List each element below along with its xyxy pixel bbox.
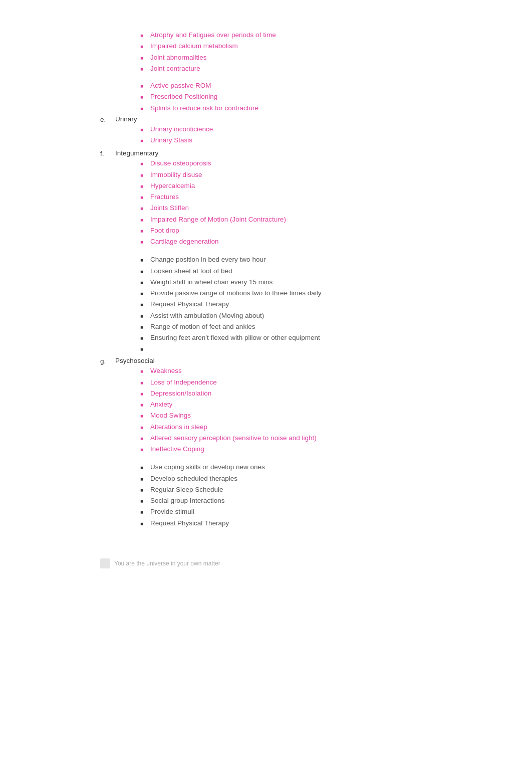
item-text: Depression/Isolation xyxy=(150,388,211,399)
list-item: ■ Atrophy and Fatigues over periods of t… xyxy=(140,30,512,40)
bullet-icon: ■ xyxy=(140,81,147,90)
item-text: Joint contracture xyxy=(150,64,200,74)
bullet-icon: ■ xyxy=(140,226,147,235)
footer-text: You are the universe in your own matter xyxy=(114,560,220,567)
bullet-icon: ■ xyxy=(140,333,147,342)
item-text: Impaired Range of Motion (Joint Contract… xyxy=(150,215,286,225)
list-item: ■ Develop scheduled therapies xyxy=(140,474,512,484)
list-item: ■ Change position in bed every two hour xyxy=(140,255,512,265)
bullet-icon: ■ xyxy=(140,422,147,431)
list-item: ■ Anxiety xyxy=(140,400,512,410)
list-item: ■ Joint abnormalities xyxy=(140,53,512,63)
item-text: Ineffective Coping xyxy=(150,444,204,454)
item-text: Active passive ROM xyxy=(150,81,211,91)
bullet-icon: ■ xyxy=(140,311,147,320)
urinary-label: e. Urinary xyxy=(100,115,512,123)
bullet-icon: ■ xyxy=(140,433,147,442)
bullet-icon: ■ xyxy=(140,255,147,264)
bullet-icon: ■ xyxy=(140,124,147,133)
list-item: ■ Foot drop xyxy=(140,226,512,236)
list-item: ■ Prescribed Positioning xyxy=(140,92,512,102)
bullet-icon: ■ xyxy=(140,181,147,190)
bullet-icon: ■ xyxy=(140,485,147,494)
list-item: ■ Urinary inconticience xyxy=(140,124,512,134)
list-item: ■ Range of motion of feet and ankles xyxy=(140,322,512,332)
bullet-icon: ■ xyxy=(140,135,147,144)
section-letter-e: e. xyxy=(100,115,115,123)
item-text: Foot drop xyxy=(150,226,179,236)
bullet-icon: ■ xyxy=(140,322,147,331)
list-item: ■ Use coping skills or develop new ones xyxy=(140,462,512,472)
item-text: Provide stimuli xyxy=(150,507,194,517)
item-text: Urinary Stasis xyxy=(150,135,192,145)
psychosocial-interventions: ■ Use coping skills or develop new ones … xyxy=(140,462,512,528)
bullet-icon: ■ xyxy=(140,192,147,201)
item-text: Weight shift in wheel chair every 15 min… xyxy=(150,277,273,287)
bullet-icon: ■ xyxy=(140,388,147,398)
item-text: Range of motion of feet and ankles xyxy=(150,322,255,332)
list-item: ■ Impaired calcium metabolism xyxy=(140,41,512,51)
bullet-icon: ■ xyxy=(140,266,147,275)
list-item: ■ Loss of Independence xyxy=(140,377,512,387)
bullet-icon: ■ xyxy=(140,215,147,224)
item-text: Request Physical Therapy xyxy=(150,518,229,528)
list-item: ■ Disuse osteoporosis xyxy=(140,158,512,168)
item-text: Immobility disuse xyxy=(150,170,202,180)
list-item: ■ Request Physical Therapy xyxy=(140,518,512,528)
list-item: ■ Weakness xyxy=(140,366,512,376)
item-text: Request Physical Therapy xyxy=(150,299,229,309)
list-item: ■ Ineffective Coping xyxy=(140,444,512,454)
bullet-icon: ■ xyxy=(140,377,147,386)
item-text: Hypercalcemia xyxy=(150,181,195,191)
item-text: Use coping skills or develop new ones xyxy=(150,462,265,472)
item-text: Disuse osteoporosis xyxy=(150,158,211,168)
list-item: ■ Joint contracture xyxy=(140,64,512,74)
bullet-icon: ■ xyxy=(140,507,147,516)
item-text: Provide passive range of motions two to … xyxy=(150,288,321,298)
urinary-section: e. Urinary ■ Urinary inconticience ■ Uri… xyxy=(100,115,512,146)
list-item: ■ Joints Stiffen xyxy=(140,203,512,213)
item-text: Social group Interactions xyxy=(150,496,225,506)
list-item: ■ Request Physical Therapy xyxy=(140,299,512,309)
integumentary-section: f. Integumentary ■ Disuse osteoporosis ■… xyxy=(100,149,512,353)
bullet-icon: ■ xyxy=(140,92,147,101)
bullet-icon: ■ xyxy=(140,344,147,353)
section-letter-g: g. xyxy=(100,357,115,365)
list-item: ■ Depression/Isolation xyxy=(140,388,512,399)
psychosocial-pink-bullets: ■ Weakness ■ Loss of Independence ■ Depr… xyxy=(140,366,512,454)
urinary-title: Urinary xyxy=(115,115,137,123)
item-text: Ensuring feet aren't flexed with pillow … xyxy=(150,333,320,343)
item-text: Anxiety xyxy=(150,400,172,410)
bullet-icon: ■ xyxy=(140,53,147,62)
item-text: Prescribed Positioning xyxy=(150,92,217,102)
item-text: Fractures xyxy=(150,192,179,202)
bullet-icon: ■ xyxy=(140,288,147,297)
bullet-icon: ■ xyxy=(140,366,147,375)
integumentary-label: f. Integumentary xyxy=(100,149,512,157)
item-text: Change position in bed every two hour xyxy=(150,255,265,265)
item-text: Joints Stiffen xyxy=(150,203,189,213)
list-item: ■ Regular Sleep Schedule xyxy=(140,485,512,495)
bullet-icon: ■ xyxy=(140,41,147,50)
integumentary-title: Integumentary xyxy=(115,149,158,157)
bullet-icon: ■ xyxy=(140,237,147,246)
bullet-icon: ■ xyxy=(140,411,147,420)
bullet-icon: ■ xyxy=(140,158,147,167)
item-text: Weakness xyxy=(150,366,182,376)
section-letter-f: f. xyxy=(100,149,115,157)
item-text: Alterations in sleep xyxy=(150,422,207,432)
list-item: ■ Immobility disuse xyxy=(140,170,512,180)
bullet-icon: ■ xyxy=(140,103,147,112)
bullet-icon: ■ xyxy=(140,400,147,409)
item-text: Develop scheduled therapies xyxy=(150,474,237,484)
musculoskeletal-pink-bullets: ■ Atrophy and Fatigues over periods of t… xyxy=(140,30,512,74)
item-text: Regular Sleep Schedule xyxy=(150,485,223,495)
list-item: ■ Weight shift in wheel chair every 15 m… xyxy=(140,277,512,287)
psychosocial-label: g. Psychosocial xyxy=(100,357,512,365)
musculoskeletal-interventions: ■ Active passive ROM ■ Prescribed Positi… xyxy=(140,81,512,113)
item-text: Impaired calcium metabolism xyxy=(150,41,238,51)
psychosocial-section: g. Psychosocial ■ Weakness ■ Loss of Ind… xyxy=(100,357,512,528)
psychosocial-title: Psychosocial xyxy=(115,357,155,364)
list-item: ■ Social group Interactions xyxy=(140,496,512,506)
list-item: ■ Splints to reduce risk for contracture xyxy=(140,103,512,113)
